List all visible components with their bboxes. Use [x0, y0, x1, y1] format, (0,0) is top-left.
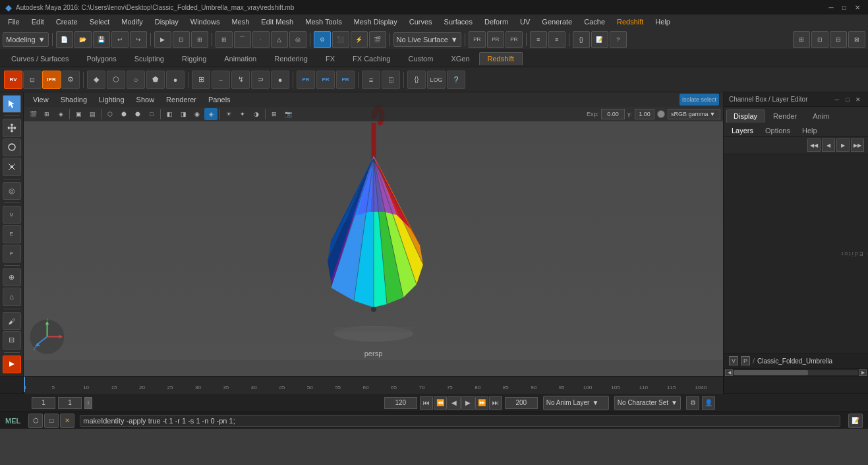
rp-subtab-options[interactable]: Options	[760, 125, 796, 136]
vp-menu-renderer[interactable]: Renderer	[161, 94, 202, 105]
render-settings-button[interactable]: ⚙	[314, 31, 331, 48]
rotate-button[interactable]	[3, 139, 21, 156]
vt-camera-attrs[interactable]: 📷	[281, 108, 295, 120]
scroll-left-btn[interactable]: ◀	[725, 369, 733, 376]
pb-char-btn[interactable]: 👤	[702, 396, 715, 410]
menu-mesh-tools[interactable]: Mesh Tools	[300, 16, 347, 27]
gamma-input[interactable]: 1.00	[635, 109, 654, 119]
script-editor-btn[interactable]: 📝	[848, 414, 863, 428]
vp-menu-lighting[interactable]: Lighting	[94, 94, 130, 105]
vp-menu-view[interactable]: View	[28, 94, 54, 105]
menu-cache[interactable]: Cache	[579, 16, 610, 27]
face-mode-button[interactable]: F	[3, 245, 21, 263]
code-tool[interactable]: {}	[407, 71, 426, 89]
ipr-button[interactable]: IPR	[42, 71, 61, 89]
scroll-right-btn[interactable]: ▶	[859, 369, 867, 376]
menu-select[interactable]: Select	[84, 16, 115, 27]
exposure-input[interactable]: 0.00	[601, 109, 625, 119]
menu-create[interactable]: Create	[51, 16, 83, 27]
menu-mesh-display[interactable]: Mesh Display	[349, 16, 403, 27]
rs-icon1[interactable]: ⊡	[23, 71, 42, 89]
menu-deform[interactable]: Deform	[479, 16, 513, 27]
snap-point-button[interactable]: ·	[252, 31, 270, 48]
snap-grid-button[interactable]: ⊞	[216, 31, 233, 48]
vt-bounding[interactable]: □	[145, 108, 158, 120]
pb-play-forward[interactable]: ▶	[461, 396, 475, 410]
menu-curves[interactable]: Curves	[404, 16, 438, 27]
vt-shade3[interactable]: ◉	[190, 108, 204, 120]
paint-tool-button[interactable]: 🖌	[3, 312, 21, 330]
sculpt-button[interactable]: ⊟	[3, 331, 21, 349]
current-frame-input[interactable]: 1	[58, 397, 82, 409]
menu-file[interactable]: File	[3, 16, 25, 27]
vt-grid[interactable]: ⊞	[268, 108, 281, 120]
menu-windows[interactable]: Windows	[185, 16, 225, 27]
log-tool[interactable]: LOG	[427, 71, 446, 89]
camera-tool-button[interactable]	[3, 356, 21, 373]
live-surface-dropdown[interactable]: No Live Surface ▼	[393, 32, 461, 47]
menu-generate[interactable]: Generate	[536, 16, 577, 27]
menu-display[interactable]: Display	[150, 16, 184, 27]
rp-tab-anim[interactable]: Anim	[805, 109, 836, 123]
snap-together-button[interactable]: ⌂	[3, 288, 21, 305]
rp-tab-display[interactable]: Display	[726, 109, 765, 123]
misc-btn1[interactable]: ≡	[530, 31, 547, 48]
view-options-btn3[interactable]: ⊟	[830, 31, 847, 48]
layer-p-button[interactable]: P	[741, 356, 750, 365]
pb-prev-frame[interactable]: ⏪	[434, 396, 447, 410]
layer-scrollbar[interactable]: ◀ ▶	[724, 368, 868, 376]
move-button[interactable]	[3, 119, 21, 137]
maximize-button[interactable]: □	[839, 2, 850, 13]
rv-button[interactable]: RV	[4, 71, 22, 89]
panel-float-btn[interactable]: □	[843, 95, 852, 104]
mesh-tool4[interactable]: ⊃	[251, 71, 270, 89]
poly-smooth-btn[interactable]: ●	[166, 71, 185, 89]
vertex-mode-button[interactable]: V	[3, 206, 21, 224]
vt-shade2[interactable]: ◨	[177, 108, 190, 120]
rp-tab-render[interactable]: Render	[766, 109, 804, 123]
cmdline-icon2[interactable]: □	[44, 414, 59, 428]
vp-menu-shading[interactable]: Shading	[55, 94, 92, 105]
vt-texture[interactable]: ◈	[204, 108, 217, 120]
workspace-dropdown[interactable]: Modeling ▼	[3, 32, 49, 47]
menu-redshift[interactable]: Redshift	[612, 16, 649, 27]
start-frame-input[interactable]: 1	[32, 397, 55, 409]
layer-arrow1[interactable]: ◀◀	[807, 139, 821, 152]
rp-subtab-help[interactable]: Help	[797, 125, 823, 136]
vt-gate[interactable]: ▣	[72, 108, 85, 120]
menu-uv[interactable]: UV	[515, 16, 535, 27]
lasso-select-button[interactable]: ⊡	[173, 31, 190, 48]
menu-surfaces[interactable]: Surfaces	[439, 16, 478, 27]
view-options-btn1[interactable]: ⊞	[793, 31, 810, 48]
tab-polygons[interactable]: Polygons	[78, 52, 125, 65]
pr-render1[interactable]: PR	[297, 71, 315, 89]
vt-ambient[interactable]: ☀	[222, 108, 235, 120]
color-space-dropdown[interactable]: sRGB gamma ▼	[668, 109, 720, 119]
mesh-tool2[interactable]: −	[212, 71, 230, 89]
vt-pan[interactable]: ⊞	[40, 108, 53, 120]
cmdline-icon1[interactable]: ⬡	[28, 414, 43, 428]
vp-isolate-btn[interactable]: isolate select	[680, 94, 719, 106]
tab-fx-caching[interactable]: FX Caching	[344, 52, 399, 65]
tab-rigging[interactable]: Rigging	[173, 52, 215, 65]
view-options-btn2[interactable]: ⊡	[811, 31, 828, 48]
mesh-tool5[interactable]: ●	[271, 71, 289, 89]
tab-xgen[interactable]: XGen	[442, 52, 478, 65]
script-editor-button[interactable]: 📝	[591, 31, 608, 48]
frame-thumb-indicator[interactable]: 1	[84, 397, 92, 409]
tab-curves-surfaces[interactable]: Curves / Surfaces	[3, 52, 77, 65]
render-view-button[interactable]: 🎬	[369, 31, 386, 48]
pb-settings-btn[interactable]: ⚙	[686, 396, 699, 410]
misc-tool2[interactable]: ⌹	[382, 71, 400, 89]
end-frame-input[interactable]: 120	[384, 397, 417, 409]
snap-curve-button[interactable]: ⌒	[234, 31, 251, 48]
menu-edit[interactable]: Edit	[26, 16, 49, 27]
vt-shadow[interactable]: ◑	[250, 108, 263, 120]
window-controls[interactable]: ─ □ ✕	[826, 2, 863, 13]
scroll-track[interactable]	[734, 370, 858, 375]
snap-live-button[interactable]: ◎	[289, 31, 306, 48]
scroll-thumb[interactable]	[734, 370, 808, 375]
code-button[interactable]: {}	[573, 31, 590, 48]
open-file-button[interactable]: 📂	[74, 31, 92, 48]
menu-mesh[interactable]: Mesh	[226, 16, 254, 27]
